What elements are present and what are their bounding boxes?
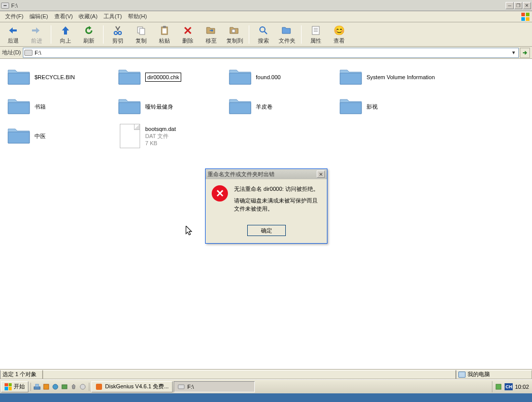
svg-rect-14 bbox=[34, 387, 40, 389]
status-selection: 选定 1 个对象 bbox=[0, 370, 43, 379]
file-label: 中医 bbox=[35, 132, 46, 140]
quicklaunch-icon-5[interactable] bbox=[70, 383, 78, 391]
folder-icon bbox=[7, 67, 31, 87]
cut-button[interactable]: 剪切 bbox=[107, 24, 129, 45]
paste-button[interactable]: 粘贴 bbox=[153, 24, 176, 45]
taskbar-item-diskgenius[interactable]: DiskGenius V4.6.1 免费... bbox=[91, 381, 173, 392]
file-label: 哑铃最健身 bbox=[145, 103, 173, 110]
svg-rect-1 bbox=[526, 13, 529, 16]
up-button[interactable]: 向上 bbox=[54, 24, 77, 45]
windows-flag-icon bbox=[5, 383, 12, 390]
status-location: 我的电脑 bbox=[456, 370, 532, 379]
start-button[interactable]: 开始 bbox=[1, 381, 28, 392]
file-item[interactable]: 书籍 bbox=[6, 94, 117, 119]
folder-icon bbox=[228, 96, 253, 117]
file-label: $RECYCLE.BIN bbox=[35, 74, 75, 81]
delete-button[interactable]: 删除 bbox=[177, 24, 199, 45]
quicklaunch-icon-2[interactable] bbox=[42, 383, 50, 391]
drive-icon bbox=[1, 3, 9, 9]
menu-help[interactable]: 帮助(H) bbox=[125, 12, 150, 21]
file-item[interactable]: dir00000.chk bbox=[117, 65, 227, 89]
dialog-title: 重命名文件或文件夹时出错 bbox=[208, 171, 317, 178]
close-button[interactable]: ✕ bbox=[523, 2, 531, 9]
svg-rect-15 bbox=[36, 384, 39, 387]
drive-icon bbox=[24, 50, 32, 56]
folder-icon bbox=[118, 96, 142, 117]
file-item[interactable]: 羊皮卷 bbox=[227, 94, 338, 119]
svg-rect-11 bbox=[232, 29, 235, 32]
rename-input[interactable]: dir00000.chk bbox=[145, 73, 181, 82]
forward-button[interactable]: 前进 bbox=[25, 24, 48, 45]
menu-tools[interactable]: 工具(T) bbox=[101, 12, 125, 21]
file-item[interactable]: 中医 bbox=[6, 124, 117, 148]
file-item[interactable]: 哑铃最健身 bbox=[117, 94, 227, 119]
dialog-message: 无法重命名 dir0000: 访问被拒绝。 请确定磁盘未满或未被写保护而且文件未… bbox=[234, 185, 321, 217]
properties-button[interactable]: 属性 bbox=[305, 24, 327, 45]
file-label: System Volume Information bbox=[367, 74, 435, 81]
address-label: 地址(D) bbox=[2, 49, 21, 56]
file-item[interactable]: 影视 bbox=[338, 94, 449, 119]
copy-button[interactable]: 复制 bbox=[130, 24, 152, 45]
error-icon: ✕ bbox=[212, 185, 228, 202]
svg-rect-18 bbox=[62, 385, 67, 389]
folder-icon bbox=[339, 96, 363, 117]
ok-button[interactable]: 确定 bbox=[247, 225, 286, 236]
window-titlebar: F:\ ─ ❐ ✕ bbox=[0, 0, 532, 11]
window-title: F:\ bbox=[11, 3, 505, 9]
folder-icon bbox=[7, 126, 31, 146]
svg-point-19 bbox=[80, 384, 85, 389]
quicklaunch-icon-1[interactable] bbox=[33, 383, 41, 391]
menu-edit[interactable]: 编辑(E) bbox=[26, 12, 51, 21]
svg-rect-13 bbox=[312, 26, 319, 35]
svg-rect-9 bbox=[163, 26, 166, 28]
view-button[interactable]: 😊查看 bbox=[328, 24, 350, 45]
language-indicator[interactable]: CH bbox=[505, 383, 513, 390]
tray-icon-1[interactable] bbox=[494, 383, 503, 391]
menu-view[interactable]: 查看(V) bbox=[51, 12, 76, 21]
folder-icon bbox=[7, 96, 31, 117]
file-label: found.000 bbox=[256, 74, 281, 81]
svg-point-4 bbox=[114, 31, 117, 35]
folder-icon bbox=[228, 67, 253, 87]
quicklaunch-icon-6[interactable] bbox=[79, 383, 87, 391]
file-label: 影视 bbox=[367, 103, 378, 110]
svg-rect-16 bbox=[44, 384, 49, 389]
svg-point-12 bbox=[260, 27, 265, 32]
menu-file[interactable]: 文件(F) bbox=[2, 12, 26, 21]
go-button[interactable] bbox=[520, 48, 530, 58]
address-bar: 地址(D) F:\ ▾ bbox=[0, 47, 532, 59]
minimize-button[interactable]: ─ bbox=[506, 2, 514, 9]
quick-launch bbox=[30, 383, 89, 391]
address-dropdown-icon[interactable]: ▾ bbox=[510, 49, 517, 56]
file-item[interactable]: bootsqm.datDAT 文件7 KB bbox=[117, 124, 227, 148]
quicklaunch-icon-4[interactable] bbox=[60, 383, 69, 391]
drive-icon bbox=[177, 383, 185, 391]
file-label: 羊皮卷 bbox=[256, 103, 273, 110]
taskbar-item-explorer[interactable]: F:\ bbox=[174, 381, 255, 392]
moveto-button[interactable]: 移至 bbox=[200, 24, 222, 45]
svg-rect-3 bbox=[526, 17, 529, 21]
clock[interactable]: 10:02 bbox=[515, 384, 529, 390]
toolbar: 后退 前进 向上 刷新 剪切 复制 粘贴 删除 移至 复制到 搜索 文件夹 属性… bbox=[0, 22, 532, 47]
menu-favorites[interactable]: 收藏(A) bbox=[76, 12, 101, 21]
refresh-button[interactable]: 刷新 bbox=[78, 24, 100, 45]
computer-icon bbox=[458, 372, 466, 378]
back-button[interactable]: 后退 bbox=[2, 24, 24, 45]
system-tray: CH 10:02 bbox=[492, 381, 531, 392]
svg-point-17 bbox=[53, 384, 58, 389]
search-button[interactable]: 搜索 bbox=[252, 24, 275, 45]
file-item[interactable]: $RECYCLE.BIN bbox=[6, 65, 117, 89]
copyto-button[interactable]: 复制到 bbox=[223, 24, 246, 45]
svg-rect-22 bbox=[496, 384, 501, 389]
svg-rect-20 bbox=[96, 384, 102, 390]
file-item[interactable]: found.000 bbox=[227, 65, 338, 89]
svg-rect-21 bbox=[178, 385, 184, 389]
windows-logo-icon bbox=[521, 12, 530, 21]
file-item[interactable]: System Volume Information bbox=[338, 65, 449, 89]
dialog-titlebar[interactable]: 重命名文件或文件夹时出错 ✕ bbox=[206, 169, 327, 179]
quicklaunch-icon-3[interactable] bbox=[51, 383, 59, 391]
folders-button[interactable]: 文件夹 bbox=[276, 24, 298, 45]
dialog-close-button[interactable]: ✕ bbox=[317, 171, 325, 178]
address-input[interactable]: F:\ ▾ bbox=[23, 48, 519, 58]
maximize-button[interactable]: ❐ bbox=[514, 2, 522, 9]
